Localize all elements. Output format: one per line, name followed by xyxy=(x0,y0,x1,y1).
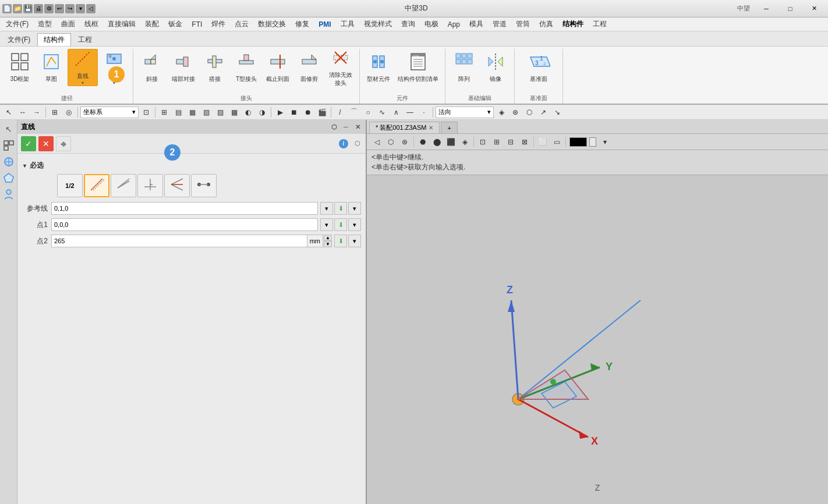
tb-anim-btn[interactable]: 🎬 xyxy=(316,106,328,119)
maximize-button[interactable]: □ xyxy=(779,1,802,17)
tb-view-btn7[interactable]: ◐ xyxy=(242,106,254,119)
sidebar-icon-nav4[interactable] xyxy=(2,187,16,201)
tb-view-btn8[interactable]: ◑ xyxy=(256,106,268,119)
point2-up-btn[interactable]: ▲ xyxy=(324,235,332,241)
point2-stepper[interactable]: ▲ ▼ xyxy=(324,235,332,247)
tb-rec-btn[interactable]: ⏺ xyxy=(302,106,314,119)
point1-input[interactable]: 0,0,0 xyxy=(51,218,318,231)
refline-action-btn[interactable]: ⬇ xyxy=(334,202,347,215)
minimize-button[interactable]: ─ xyxy=(755,1,778,17)
panel-cancel-button[interactable]: ✕ xyxy=(38,136,54,151)
app-icon-settings[interactable]: ⚙ xyxy=(44,4,54,13)
ribbon-btn-sketch[interactable]: 草图 xyxy=(36,49,66,86)
tb-view-btn3[interactable]: ▦ xyxy=(186,106,199,119)
tb-arrow-btn[interactable]: → xyxy=(30,106,43,119)
vp-tb-btn9[interactable]: ⊞ xyxy=(490,136,503,148)
tool-btn-twopoints[interactable] xyxy=(191,174,217,197)
vp-tb-last[interactable]: ▾ xyxy=(599,136,611,148)
app-icon-redo[interactable]: ↪ xyxy=(65,4,75,13)
sidebar-icon-nav3[interactable] xyxy=(2,171,16,185)
ribbon-btn-tee[interactable]: T型接头 xyxy=(231,49,261,86)
menu-query[interactable]: 查询 xyxy=(397,18,420,31)
tb-wave-btn[interactable]: ∿ xyxy=(376,106,388,119)
tb-coord-dropdown[interactable]: 坐标系 ▾ xyxy=(80,107,139,118)
app-icon-extra[interactable]: ▾ xyxy=(76,4,85,13)
ribbon-btn-profile-component[interactable]: 型材元件 xyxy=(363,49,394,86)
menu-repair[interactable]: 修复 xyxy=(291,18,314,31)
tb-select-btn[interactable]: ↖ xyxy=(2,106,15,119)
vp-tb-btn3[interactable]: ⊛ xyxy=(398,136,411,148)
refline-input[interactable]: 0,1,0 xyxy=(51,202,318,215)
tab-file[interactable]: 文件(F) xyxy=(1,33,37,46)
tb-filter-btn[interactable]: ⊞ xyxy=(48,106,61,119)
vp-tb-btn2[interactable]: ⬡ xyxy=(384,136,397,148)
tool-btn-half[interactable]: 1/2 xyxy=(57,174,83,197)
vp-tb-btn13[interactable]: ▭ xyxy=(550,136,563,148)
tb-view-btn5[interactable]: ▨ xyxy=(214,106,227,119)
tab-engineering[interactable]: 工程 xyxy=(72,33,98,46)
ribbon-btn-line[interactable]: 直线 ▾ xyxy=(68,49,98,86)
refline-extra-btn[interactable]: ▾ xyxy=(348,202,361,215)
ribbon-btn-endbutt[interactable]: 端部对接 xyxy=(168,49,199,86)
panel-other-button[interactable]: ⎆ xyxy=(56,136,71,151)
menu-data-exchange[interactable]: 数据交换 xyxy=(253,18,291,31)
viewport-tab-add[interactable]: + xyxy=(441,122,457,133)
viewport-tab-assembly[interactable]: * 装配001.Z3ASM ✕ xyxy=(369,122,440,133)
point1-dropdown-btn[interactable]: ▾ xyxy=(320,218,333,231)
sidebar-icon-nav2[interactable] xyxy=(2,155,16,169)
menu-tools[interactable]: 工具 xyxy=(336,18,359,31)
ribbon-btn-facetrim[interactable]: 面修剪 xyxy=(294,49,324,86)
point2-input[interactable]: 265 xyxy=(51,235,307,247)
point2-action-btn[interactable]: ⬇ xyxy=(334,235,347,247)
sidebar-icon-nav1[interactable] xyxy=(2,139,16,152)
app-icon-back[interactable]: ◁ xyxy=(86,4,95,13)
menu-surface[interactable]: 曲面 xyxy=(56,18,80,31)
tb-circle-2-btn[interactable]: ○ xyxy=(362,106,374,119)
menu-structure[interactable]: 结构件 xyxy=(558,18,588,31)
tb-dot-btn[interactable]: · xyxy=(417,106,430,119)
vp-tb-btn8[interactable]: ⊡ xyxy=(476,136,489,148)
tb-extra-btn3[interactable]: ⬡ xyxy=(523,106,536,119)
tb-snap-btn[interactable]: ⊡ xyxy=(140,106,153,119)
tb-extra-btn1[interactable]: ◈ xyxy=(495,106,508,119)
ribbon-btn-3dframe[interactable]: 3D框架 xyxy=(5,49,35,86)
tb-view-btn6[interactable]: ▩ xyxy=(228,106,240,119)
vp-tb-btn10[interactable]: ⊟ xyxy=(504,136,517,148)
vp-tb-btn12[interactable]: ⬜ xyxy=(536,136,549,148)
app-icon-save[interactable]: 💾 xyxy=(23,4,33,13)
menu-engineering[interactable]: 工程 xyxy=(588,18,611,31)
sidebar-icon-select[interactable]: ↖ xyxy=(2,122,16,136)
menu-model[interactable]: 造型 xyxy=(33,18,56,31)
tb-view-btn2[interactable]: ▤ xyxy=(172,106,185,119)
app-icon-new[interactable]: 📄 xyxy=(2,4,12,13)
menu-electrode[interactable]: 电极 xyxy=(420,18,443,31)
viewport-tab-close[interactable]: ✕ xyxy=(429,125,433,131)
tb-extra-btn2[interactable]: ⊛ xyxy=(509,106,522,119)
app-icon-undo[interactable]: ↩ xyxy=(55,4,64,13)
vp-tb-btn4[interactable]: ⬣ xyxy=(416,136,429,148)
menu-fti[interactable]: FTI xyxy=(187,18,207,31)
tb-line-btn[interactable]: / xyxy=(334,106,346,119)
menu-pmi[interactable]: PMI xyxy=(314,18,335,31)
tb-circle-btn[interactable]: ◎ xyxy=(62,106,75,119)
tb-stop-btn[interactable]: ⏹ xyxy=(288,106,300,119)
tab-structure[interactable]: 结构件 xyxy=(37,33,71,46)
tb-dash-btn[interactable]: — xyxy=(404,106,416,119)
panel-info-button[interactable]: i xyxy=(339,139,348,148)
menu-direct-edit[interactable]: 直接编辑 xyxy=(103,18,140,31)
point1-extra-btn[interactable]: ▾ xyxy=(348,218,361,231)
ribbon-btn-mirror[interactable]: 镜像 xyxy=(480,49,511,86)
vp-color-swatch2[interactable] xyxy=(589,137,596,147)
panel-restore-icon[interactable]: ⬡ xyxy=(330,122,339,132)
tb-move-btn[interactable]: ↔ xyxy=(16,106,29,119)
menu-visual-style[interactable]: 视觉样式 xyxy=(359,18,397,31)
menu-wireframe[interactable]: 线框 xyxy=(80,18,103,31)
ribbon-btn-miter[interactable]: 斜接 xyxy=(137,49,167,86)
panel-minimize-icon[interactable]: ─ xyxy=(341,122,351,132)
menu-pointcloud[interactable]: 点云 xyxy=(230,18,253,31)
tool-btn-perpendicular[interactable] xyxy=(137,174,163,197)
close-button[interactable]: ✕ xyxy=(802,1,826,17)
tb-arc-btn[interactable]: ⌒ xyxy=(348,106,360,119)
point2-extra-btn[interactable]: ▾ xyxy=(348,235,361,247)
vp-tb-btn7[interactable]: ◈ xyxy=(458,136,471,148)
